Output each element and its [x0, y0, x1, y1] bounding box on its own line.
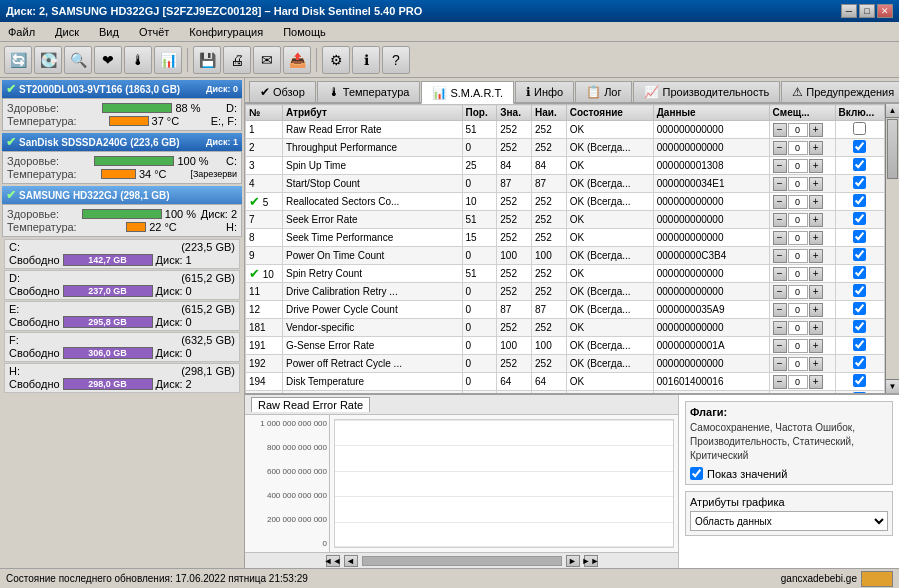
- tab-overview[interactable]: ✔ Обзор: [249, 81, 316, 102]
- smesh-input[interactable]: [788, 213, 808, 227]
- table-row[interactable]: 192 Power off Retract Cycle ... 0 252 25…: [246, 355, 885, 373]
- table-row[interactable]: 194 Disk Temperature 0 64 64 OK 00160140…: [246, 373, 885, 391]
- toolbar-temp-icon[interactable]: 🌡: [124, 46, 152, 74]
- scroll-thumb[interactable]: [887, 119, 898, 179]
- table-row[interactable]: ✔ 10 Spin Retry Count 51 252 252 OK 0000…: [246, 265, 885, 283]
- incl-checkbox[interactable]: [853, 212, 866, 225]
- smesh-input[interactable]: [788, 357, 808, 371]
- smesh-minus-btn[interactable]: −: [773, 159, 787, 173]
- tab-perf[interactable]: 📈 Производительность: [633, 81, 780, 102]
- table-row[interactable]: 12 Drive Power Cycle Count 0 87 87 OK (В…: [246, 301, 885, 319]
- toolbar-disk-icon[interactable]: 💽: [34, 46, 62, 74]
- graph-attrs-select[interactable]: Область данных: [690, 511, 888, 531]
- incl-checkbox[interactable]: [853, 176, 866, 189]
- disk-header-st2000[interactable]: ✔ ST2000DL003-9VT166 (1863,0 GB) Диск: 0: [2, 80, 242, 98]
- smesh-minus-btn[interactable]: −: [773, 123, 787, 137]
- table-scrollbar[interactable]: ▲ ▼: [885, 104, 899, 393]
- incl-checkbox[interactable]: [853, 284, 866, 297]
- smesh-plus-btn[interactable]: +: [809, 141, 823, 155]
- smesh-minus-btn[interactable]: −: [773, 267, 787, 281]
- smart-table-area[interactable]: № Атрибут Пор. Зна. Наи. Состояние Данны…: [245, 104, 899, 393]
- smesh-plus-btn[interactable]: +: [809, 321, 823, 335]
- chart-nav-prev-button[interactable]: ◄: [344, 555, 358, 567]
- smesh-input[interactable]: [788, 285, 808, 299]
- table-row[interactable]: 4 Start/Stop Count 0 87 87 OK (Всегда...…: [246, 175, 885, 193]
- smesh-input[interactable]: [788, 249, 808, 263]
- table-row[interactable]: 2 Throughput Performance 0 252 252 OK (В…: [246, 139, 885, 157]
- smesh-minus-btn[interactable]: −: [773, 321, 787, 335]
- menu-file[interactable]: Файл: [4, 25, 39, 39]
- chart-scrollbar[interactable]: [362, 556, 562, 566]
- toolbar-export-icon[interactable]: 📤: [283, 46, 311, 74]
- maximize-button[interactable]: □: [859, 4, 875, 18]
- disk-header-sandisk[interactable]: ✔ SanDisk SDSSDA240G (223,6 GB) Диск: 1: [2, 133, 242, 151]
- smesh-minus-btn[interactable]: −: [773, 357, 787, 371]
- scroll-down-button[interactable]: ▼: [886, 379, 899, 393]
- toolbar-info-icon[interactable]: ℹ: [352, 46, 380, 74]
- chart-nav-right-button[interactable]: ►►: [584, 555, 598, 567]
- tab-smart[interactable]: 📊 S.M.A.R.T.: [421, 81, 514, 104]
- toolbar-print-icon[interactable]: 🖨: [223, 46, 251, 74]
- smesh-plus-btn[interactable]: +: [809, 249, 823, 263]
- table-row[interactable]: 191 G-Sense Error Rate 0 100 100 OK (Все…: [246, 337, 885, 355]
- chart-nav-next-button[interactable]: ►: [566, 555, 580, 567]
- menu-view[interactable]: Вид: [95, 25, 123, 39]
- smesh-minus-btn[interactable]: −: [773, 285, 787, 299]
- smesh-plus-btn[interactable]: +: [809, 303, 823, 317]
- menu-report[interactable]: Отчёт: [135, 25, 173, 39]
- smesh-plus-btn[interactable]: +: [809, 285, 823, 299]
- tab-temp[interactable]: 🌡 Температура: [317, 81, 421, 102]
- smesh-input[interactable]: [788, 375, 808, 389]
- smesh-minus-btn[interactable]: −: [773, 213, 787, 227]
- smesh-input[interactable]: [788, 303, 808, 317]
- smesh-input[interactable]: [788, 321, 808, 335]
- table-row[interactable]: 7 Seek Error Rate 51 252 252 OK 00000000…: [246, 211, 885, 229]
- toolbar-email-icon[interactable]: ✉: [253, 46, 281, 74]
- smesh-input[interactable]: [788, 123, 808, 137]
- toolbar-save-icon[interactable]: 💾: [193, 46, 221, 74]
- table-row[interactable]: 8 Seek Time Performance 15 252 252 OK 00…: [246, 229, 885, 247]
- smesh-plus-btn[interactable]: +: [809, 267, 823, 281]
- table-row[interactable]: ✔ 5 Reallocated Sectors Co... 10 252 252…: [246, 193, 885, 211]
- incl-checkbox[interactable]: [853, 356, 866, 369]
- incl-checkbox[interactable]: [853, 158, 866, 171]
- tab-warnings[interactable]: ⚠ Предупреждения: [781, 81, 899, 102]
- smesh-minus-btn[interactable]: −: [773, 177, 787, 191]
- menu-help[interactable]: Помощь: [279, 25, 330, 39]
- smesh-input[interactable]: [788, 141, 808, 155]
- toolbar-refresh-icon[interactable]: 🔄: [4, 46, 32, 74]
- table-row[interactable]: 11 Drive Calibration Retry ... 0 252 252…: [246, 283, 885, 301]
- table-row[interactable]: 9 Power On Time Count 0 100 100 OK (Всег…: [246, 247, 885, 265]
- smesh-input[interactable]: [788, 339, 808, 353]
- chart-label-tab[interactable]: Raw Read Error Rate: [251, 397, 370, 412]
- smesh-plus-btn[interactable]: +: [809, 231, 823, 245]
- incl-checkbox[interactable]: [853, 140, 866, 153]
- smesh-minus-btn[interactable]: −: [773, 303, 787, 317]
- smesh-plus-btn[interactable]: +: [809, 213, 823, 227]
- smesh-minus-btn[interactable]: −: [773, 195, 787, 209]
- scroll-up-button[interactable]: ▲: [886, 104, 899, 118]
- incl-checkbox[interactable]: [853, 302, 866, 315]
- show-values-checkbox[interactable]: [690, 467, 703, 480]
- table-row[interactable]: 3 Spin Up Time 25 84 84 OK 000000001308 …: [246, 157, 885, 175]
- toolbar-health-icon[interactable]: ❤: [94, 46, 122, 74]
- incl-checkbox[interactable]: [853, 374, 866, 387]
- toolbar-scan-icon[interactable]: 🔍: [64, 46, 92, 74]
- incl-checkbox[interactable]: [853, 338, 866, 351]
- smesh-plus-btn[interactable]: +: [809, 123, 823, 137]
- smesh-input[interactable]: [788, 195, 808, 209]
- smesh-plus-btn[interactable]: +: [809, 195, 823, 209]
- incl-checkbox[interactable]: [853, 320, 866, 333]
- disk-header-samsung[interactable]: ✔ SAMSUNG HD322GJ (298,1 GB): [2, 186, 242, 204]
- toolbar-help-icon[interactable]: ?: [382, 46, 410, 74]
- smesh-plus-btn[interactable]: +: [809, 177, 823, 191]
- smesh-input[interactable]: [788, 231, 808, 245]
- smesh-input[interactable]: [788, 267, 808, 281]
- smesh-plus-btn[interactable]: +: [809, 357, 823, 371]
- menu-config[interactable]: Конфигурация: [185, 25, 267, 39]
- smesh-minus-btn[interactable]: −: [773, 249, 787, 263]
- smesh-input[interactable]: [788, 177, 808, 191]
- table-row[interactable]: 1 Raw Read Error Rate 51 252 252 OK 0000…: [246, 121, 885, 139]
- smesh-minus-btn[interactable]: −: [773, 375, 787, 389]
- menu-disk[interactable]: Диск: [51, 25, 83, 39]
